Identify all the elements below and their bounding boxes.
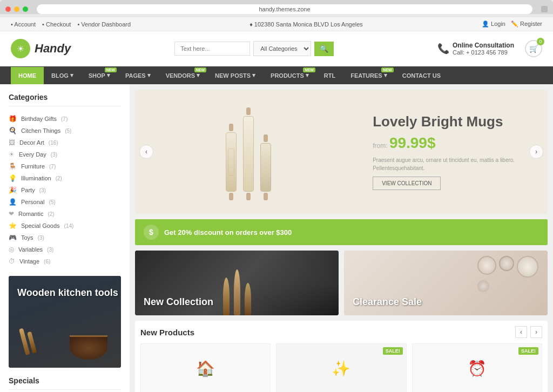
nav-rtl[interactable]: RTL [316,67,343,84]
header: ☀ Handy All Categories 🔍 📞 Online Consul… [0,31,553,66]
login-link[interactable]: 👤 Login [482,21,505,28]
account-link[interactable]: • Account [11,21,36,28]
navigation: HOME BLOG ▾ NEW SHOP ▾ PAGES ▾ NEW VENDO… [0,66,553,84]
hero-price-area: from: 99.99$ [373,134,537,152]
top-bar-right: 👤 Login ✏️ Register [482,21,542,28]
slider-arrow-right[interactable]: › [529,145,543,159]
nav-pages[interactable]: PAGES ▾ [118,66,158,84]
cart-badge: 0 [537,38,544,45]
category-party[interactable]: 🎉 Party (3) [9,184,121,196]
category-illumination[interactable]: 💡 Illumination (2) [9,172,121,184]
sale-badge-2: SALE! [383,347,403,355]
collection-new[interactable]: New Collection [135,251,339,315]
categories-title: Categories [9,93,121,106]
pin-group-2 [243,107,254,200]
content-area: ‹ [130,84,553,392]
site-wrapper: • Account • Checkout • Vendor Dashboard … [0,17,553,392]
category-variables[interactable]: ◎ Variables (3) [9,244,121,255]
pin-handle-bottom-1 [229,193,233,200]
category-romantic[interactable]: ❤ Romantic (2) [9,208,121,220]
shop-new-badge: NEW [105,67,117,72]
rolling-pins-visual [226,103,271,200]
furniture-icon: 🪑 [9,163,17,170]
nav-shop[interactable]: NEW SHOP ▾ [81,66,118,84]
top-bar: • Account • Checkout • Vendor Dashboard … [0,17,553,31]
browser-menu[interactable] [541,6,548,12]
product-card-2[interactable]: SALE! ✨ Thank You Sign 18.00$ [276,343,406,392]
pin-group-1 [226,124,237,200]
url-bar[interactable]: handy.themes.zone [37,4,532,14]
search-input[interactable] [174,42,250,56]
sidebar-promo[interactable]: Wooden kitchen tools [9,276,121,368]
category-everyday[interactable]: ☀ Every Day (3) [9,148,121,160]
dishes-visual [477,256,542,292]
products-next-arrow[interactable]: › [530,326,542,338]
pin-body-2 [243,116,254,192]
logo-text: Handy [35,42,71,56]
new-products-section: New Products ‹ › 🏠 [135,321,548,392]
features-new-badge: NEW [381,67,393,72]
close-dot[interactable] [5,6,11,12]
category-personal[interactable]: 👤 Personal (5) [9,196,121,208]
vendors-new-badge: NEW [194,67,206,72]
category-birthday-gifts[interactable]: 🎁 Birthday Gifts (7) [9,113,121,125]
special-icon: ⭐ [9,222,17,229]
address: ♦ 102380 Santa Monica BLVD Los Angeles [249,21,363,28]
category-kitchen[interactable]: 🍳 Citchen Things (5) [9,125,121,137]
category-select[interactable]: All Categories [253,41,311,56]
pin-pattern-1 [228,148,234,175]
view-collection-button[interactable]: VIEW COLLECTION [373,177,441,190]
logo-area[interactable]: ☀ Handy [11,39,71,58]
products-prev-arrow[interactable]: ‹ [515,326,527,338]
nav-features[interactable]: NEW FEATURES ▾ [343,66,394,84]
hero-description: Praesent augue arcu, ornare ut tincidunt… [373,156,537,172]
nav-home[interactable]: HOME [11,67,44,84]
specials-section: Specials 🪑 Vine Table 15.00$ 12.00$ [9,376,121,392]
product-card-1[interactable]: 🏠 Product 1 12.00$ [140,343,271,392]
specials-title: Specials [9,376,121,390]
pin-handle-bottom-3 [264,193,268,200]
vendor-dashboard-link[interactable]: • Vendor Dashboard [77,21,131,28]
nav-vendors[interactable]: NEW VENDORS ▾ [158,66,207,84]
hero-price: 99.99$ [389,134,436,151]
bowl-decoration [70,335,107,360]
sidebar: Categories 🎁 Birthday Gifts (7) 🍳 Citche… [0,84,130,392]
maximize-dot[interactable] [23,6,28,12]
nav-products[interactable]: NEW PRODUCTS ▾ [263,66,316,84]
products-new-badge: NEW [303,67,315,72]
nav-blog[interactable]: BLOG ▾ [44,66,81,84]
pin-handle-top-1 [229,124,233,131]
phone-title: Online Consultation [453,42,514,49]
variables-icon: ◎ [9,246,14,253]
register-link[interactable]: ✏️ Register [511,21,542,28]
checkout-link[interactable]: • Checkout [42,21,71,28]
clearance-label: Clearance Sale [353,296,422,308]
hero-title: Lovely Bright Mugs [373,113,537,130]
category-vintage[interactable]: ⏱ Vintage (6) [9,255,121,267]
main-content: Categories 🎁 Birthday Gifts (7) 🍳 Citche… [0,84,553,392]
product-card-3[interactable]: SALE! ⏰ Alarm Clock 24.00$ [412,343,542,392]
hero-slider: ‹ [135,90,548,214]
collection-clearance[interactable]: Clearance Sale [344,251,548,315]
phone-icon: 📞 [437,43,449,55]
party-icon: 🎉 [9,186,17,194]
collection-grid: New Collection Clearance Sale [135,251,548,315]
nav-contact[interactable]: CONTACT US [395,67,448,84]
pin-handle-bottom-2 [246,193,251,200]
discount-banner: $ Get 20% discount on orders over $300 [135,219,548,245]
slider-arrow-left[interactable]: ‹ [139,145,153,159]
category-toys[interactable]: 🎮 Toys (3) [9,232,121,244]
romantic-icon: ❤ [9,210,14,218]
cart-area[interactable]: 🛒 0 [525,40,542,57]
minimize-dot[interactable] [14,6,19,12]
category-furniture[interactable]: 🪑 Furniture (7) [9,160,121,172]
nav-new-posts[interactable]: NEW POSTS ▾ [207,66,263,84]
promo-text: Wooden kitchen tools [17,287,118,299]
category-decor[interactable]: 🖼 Decor Art (16) [9,137,121,148]
pin-group-3 [260,134,271,200]
category-special[interactable]: ⭐ Special Goods (14) [9,220,121,232]
search-button[interactable]: 🔍 [314,42,334,56]
slider-text-area: Lovely Bright Mugs from: 99.99$ Praesent… [362,103,548,201]
header-right: 📞 Online Consultation Call: + 0123 456 7… [437,40,542,57]
category-list: 🎁 Birthday Gifts (7) 🍳 Citchen Things (5… [9,113,121,267]
